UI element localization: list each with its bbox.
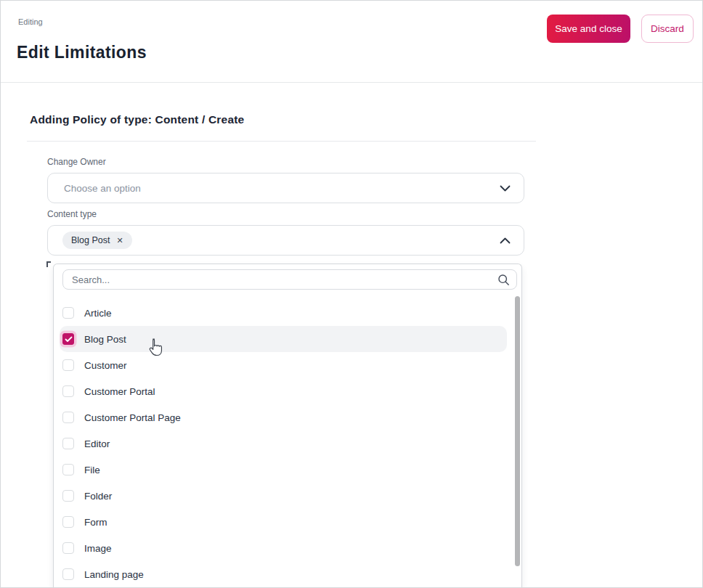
option-label: Image [84, 543, 112, 554]
edit-limitations-screen: Editing Edit Limitations Save and close … [0, 0, 703, 588]
discard-button[interactable]: Discard [641, 15, 694, 43]
checkmark-icon [65, 336, 73, 343]
option-row[interactable]: Image [60, 535, 507, 561]
options-list: Article Blog Post Customer Customer Port… [54, 300, 521, 587]
option-row[interactable]: Folder [60, 483, 507, 509]
option-row[interactable]: Editor [60, 430, 507, 457]
option-label: Folder [84, 491, 112, 502]
selected-chip[interactable]: Blog Post ✕ [62, 232, 132, 249]
dropdown-search [62, 269, 517, 290]
checkbox[interactable] [62, 490, 74, 502]
option-row[interactable]: Customer [60, 352, 507, 378]
checkbox[interactable] [62, 333, 74, 345]
option-label: Form [84, 517, 107, 528]
checkbox[interactable] [62, 464, 74, 475]
option-row[interactable]: Blog Post [60, 326, 507, 352]
option-label: Customer Portal [84, 386, 155, 397]
option-row[interactable]: Customer Portal [60, 378, 507, 404]
search-icon [497, 274, 510, 286]
checkbox[interactable] [62, 359, 74, 371]
option-label: Article [84, 308, 112, 319]
checkbox[interactable] [62, 385, 74, 397]
option-row[interactable]: File [60, 457, 507, 483]
checkbox[interactable] [62, 542, 74, 554]
chevron-up-icon [500, 237, 511, 244]
option-row[interactable]: Customer Portal Page [60, 404, 507, 430]
search-input[interactable] [63, 270, 516, 289]
option-row[interactable]: Article [60, 300, 507, 326]
checkbox[interactable] [62, 412, 74, 423]
checkbox[interactable] [62, 516, 74, 528]
option-label: Customer [84, 360, 127, 371]
change-owner-label: Change Owner [47, 157, 106, 167]
option-label: Landing page [84, 569, 144, 580]
option-label: File [84, 465, 100, 475]
content-type-dropdown: Article Blog Post Customer Customer Port… [53, 264, 522, 588]
option-label: Customer Portal Page [84, 412, 181, 423]
chip-remove-icon[interactable]: ✕ [117, 237, 123, 245]
checkbox[interactable] [62, 568, 74, 580]
section-title: Adding Policy of type: Content / Create [30, 113, 244, 126]
change-owner-placeholder: Choose an option [64, 183, 141, 194]
occluded-label-fragment [46, 261, 51, 267]
dropdown-scrollbar-thumb[interactable] [515, 296, 520, 566]
header-divider [1, 82, 702, 83]
page-title: Edit Limitations [17, 43, 147, 62]
option-row[interactable]: Landing page [60, 561, 507, 587]
option-label: Blog Post [84, 334, 126, 345]
content-type-select[interactable]: Blog Post ✕ [47, 225, 524, 256]
checkbox[interactable] [62, 438, 74, 449]
content-type-label: Content type [47, 209, 97, 219]
checkbox[interactable] [62, 307, 74, 319]
chevron-down-icon [500, 185, 511, 192]
option-label: Editor [84, 438, 110, 449]
breadcrumb: Editing [18, 17, 43, 26]
option-row[interactable]: Form [60, 509, 507, 535]
selected-chip-label: Blog Post [71, 235, 110, 245]
section-divider [27, 141, 536, 142]
change-owner-select[interactable]: Choose an option [47, 173, 524, 203]
save-and-close-button[interactable]: Save and close [547, 15, 630, 43]
